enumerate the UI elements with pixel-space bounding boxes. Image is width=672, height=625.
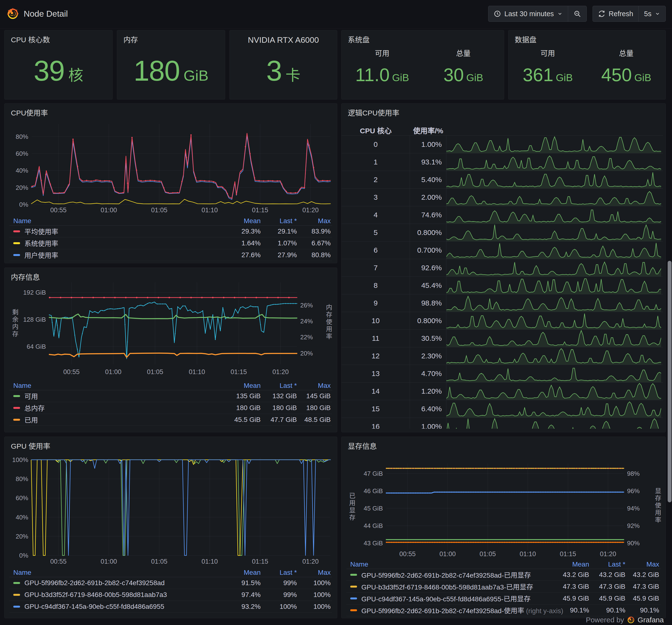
legend-max: 83.9% xyxy=(298,227,332,235)
legend-mean: 29.3% xyxy=(226,227,262,235)
legend-header: Name Mean Last * Max xyxy=(9,217,332,225)
footer-brand[interactable]: Grafana xyxy=(638,616,664,624)
legend-max: 48.5 GiB xyxy=(298,416,332,424)
refresh-interval-button[interactable]: 5s xyxy=(639,6,666,22)
refresh-button[interactable]: Refresh xyxy=(593,6,639,22)
legend-table: Name Mean Last * Max 平均使用率 29.3% 29.1% 8… xyxy=(9,217,332,261)
usage-cell: 74.6% xyxy=(410,206,447,224)
legend-name[interactable]: 用户使用率 xyxy=(9,250,226,260)
series-line xyxy=(49,302,297,359)
legend-name[interactable]: 系统使用率 xyxy=(9,238,226,248)
panel-title[interactable]: 数据盘 xyxy=(515,34,536,44)
table-row: 7 92.6% xyxy=(341,259,663,277)
table-header-usage[interactable]: 使用率/% xyxy=(410,125,447,136)
legend-name[interactable]: GPU-b3d3f52f-6719-8468-00b5-598d81aab7a3 xyxy=(9,591,226,599)
legend-name[interactable]: 可用 xyxy=(9,391,226,401)
panel-title[interactable]: 显存信息 xyxy=(348,440,377,451)
x-axis-label: 01:15 xyxy=(231,368,247,376)
legend-header-last[interactable]: Last * xyxy=(262,217,298,225)
panel-system-disk: 系统盘 可用 11.0GiB 总量 30GiB xyxy=(341,30,504,99)
y-axis-label: 44 GiB xyxy=(364,522,383,529)
time-range-button[interactable]: Last 30 minutes xyxy=(488,6,568,22)
sparkline xyxy=(447,189,661,206)
legend-header-name[interactable]: Name xyxy=(9,569,226,576)
usage-cell: 2.00% xyxy=(410,189,447,206)
panel-title[interactable]: 系统盘 xyxy=(348,34,369,44)
series-line xyxy=(31,136,331,199)
legend-name[interactable]: GPU-5f996fb2-2d62-691b-2b82-c74ef39258ad… xyxy=(346,570,554,580)
table-row: 9 98.8% xyxy=(341,294,663,312)
legend-name[interactable]: GPU-c94df367-145a-90eb-c55f-fd8d486a6955 xyxy=(9,603,226,610)
legend-header-max[interactable]: Max xyxy=(298,569,332,576)
refresh-icon xyxy=(598,10,605,17)
legend-header-name[interactable]: Name xyxy=(9,217,226,225)
panel-title[interactable]: GPU 使用率 xyxy=(11,440,50,451)
y-axis-label-right: 92% xyxy=(627,522,640,529)
legend-header-mean[interactable]: Mean xyxy=(226,217,262,225)
core-cell: 8 xyxy=(341,277,410,294)
legend-row: GPU-c94df367-145a-90eb-c55f-fd8d486a6955… xyxy=(346,593,661,604)
legend-header-max[interactable]: Max xyxy=(627,560,661,568)
x-axis-label: 00:55 xyxy=(50,207,67,214)
scrollbar-thumb[interactable] xyxy=(668,261,672,502)
legend-max: 47.3 GiB xyxy=(627,583,661,591)
legend-color-pill xyxy=(13,606,20,608)
legend-color-pill xyxy=(350,574,357,576)
legend-header-max[interactable]: Max xyxy=(298,217,332,225)
clock-icon xyxy=(494,10,501,17)
legend-header-last[interactable]: Last * xyxy=(262,382,298,389)
legend-header-last[interactable]: Last * xyxy=(591,560,627,568)
series-line xyxy=(49,314,297,318)
legend-row: GPU-b3d3f52f-6719-8468-00b5-598d81aab7a3… xyxy=(346,581,661,593)
legend-header-last[interactable]: Last * xyxy=(262,569,298,576)
legend-name[interactable]: GPU-5f996fb2-2d62-691b-2b82-c74ef39258ad… xyxy=(346,605,554,615)
x-axis-label: 01:05 xyxy=(147,368,163,376)
x-axis-label: 01:15 xyxy=(560,550,576,558)
legend-max: 100% xyxy=(298,603,332,610)
vram-chart: 43 GiB44 GiB45 GiB46 GiB47 GiB00:5501:00… xyxy=(341,437,666,559)
legend-header-mean[interactable]: Mean xyxy=(226,569,262,576)
panel-title[interactable]: 内存 xyxy=(123,34,138,44)
usage-cell: 30.5% xyxy=(410,330,447,347)
panel-title[interactable]: 逻辑CPU使用率 xyxy=(348,107,399,118)
usage-cell: 0.800% xyxy=(410,312,447,330)
sparkline xyxy=(447,294,661,312)
legend-max: 6.67% xyxy=(298,239,332,247)
legend-header-max[interactable]: Max xyxy=(298,382,332,389)
legend-header-mean[interactable]: Mean xyxy=(554,560,591,568)
footer-powered-by: Powered by xyxy=(586,616,624,624)
legend-max: 90.1% xyxy=(627,606,661,614)
legend-last: 100% xyxy=(262,603,298,610)
panel-title[interactable]: CPU使用率 xyxy=(11,107,48,118)
y-axis-label: 80% xyxy=(16,475,28,482)
legend-name[interactable]: GPU-c94df367-145a-90eb-c55f-fd8d486a6955… xyxy=(346,594,554,603)
legend-name[interactable]: 总内存 xyxy=(9,403,226,413)
core-cell: 5 xyxy=(341,224,410,241)
y-axis-title-left: 剩余内存 xyxy=(10,309,19,338)
legend-max: 45.9 GiB xyxy=(627,595,661,602)
legend-color-pill xyxy=(13,395,20,397)
legend-header-name[interactable]: Name xyxy=(346,560,554,568)
stat-value: 11.0GiB xyxy=(355,64,409,85)
legend-last: 180 GiB xyxy=(262,404,298,412)
table-header-core[interactable]: CPU 核心 xyxy=(341,125,410,136)
table-row: 5 0.800% xyxy=(341,224,663,241)
table-row: 14 1.20% xyxy=(341,382,663,400)
legend-name[interactable]: GPU-5f996fb2-2d62-691b-2b82-c74ef39258ad xyxy=(9,579,226,587)
legend-name[interactable]: 已用 xyxy=(9,415,226,425)
panel-title[interactable]: NVIDIA RTX A6000 xyxy=(230,35,337,45)
panel-title[interactable]: 内存信息 xyxy=(11,271,40,282)
legend-row: 系统使用率 1.64% 1.07% 6.67% xyxy=(9,237,332,249)
legend-name[interactable]: GPU-b3d3f52f-6719-8468-00b5-598d81aab7a3… xyxy=(346,582,554,592)
y-axis-label: 43 GiB xyxy=(364,539,383,547)
core-cell: 13 xyxy=(341,365,410,382)
legend-mean: 1.64% xyxy=(226,239,262,247)
panel-title[interactable]: CPU 核心数 xyxy=(11,34,50,44)
legend-name[interactable]: 平均使用率 xyxy=(9,226,226,236)
grafana-logo-icon xyxy=(627,616,635,624)
y-axis-label: 20% xyxy=(16,533,28,540)
legend-header-name[interactable]: Name xyxy=(9,382,226,389)
zoom-out-button[interactable] xyxy=(568,6,586,22)
y-axis-label-right: 20% xyxy=(300,350,313,357)
legend-header-mean[interactable]: Mean xyxy=(226,382,262,389)
